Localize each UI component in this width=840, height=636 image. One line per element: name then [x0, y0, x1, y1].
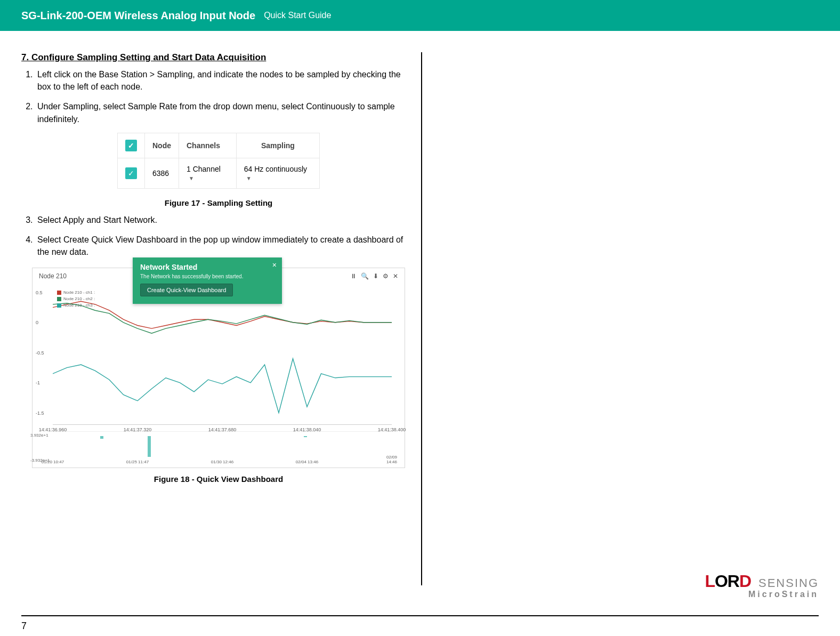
gear-icon[interactable]: ⚙ — [383, 272, 389, 280]
legend-label: Node 210 - ch2 : — [63, 296, 95, 302]
chevron-down-icon: ▼ — [246, 175, 252, 181]
overview-x-label: 01/25 11:47 — [126, 460, 149, 464]
steps-list-cont: Select Apply and Start Network. Select C… — [21, 214, 416, 259]
legend-label: Node 210 - ch1 : — [63, 289, 95, 296]
dashboard-title: Node 210 — [39, 272, 67, 280]
header-subtitle: Quick Start Guide — [264, 11, 331, 20]
overview-x-label: 01/20 10:47 — [42, 460, 64, 464]
chart-svg — [53, 286, 392, 425]
step-3: Select Apply and Start Network. — [35, 214, 416, 226]
step-4: Select Create Quick View Dashboard in th… — [35, 234, 416, 258]
cell-sampling-label: 64 Hz continuously — [244, 165, 307, 173]
legend-swatch — [57, 303, 61, 308]
header-title: SG-Link-200-OEM Wireless Analog Input No… — [21, 10, 255, 22]
col-node: Node — [145, 133, 179, 158]
sampling-table: ✓ Node Channels Sampling ✓ 6386 1 Channe… — [117, 133, 320, 189]
table-row: ✓ 6386 1 Channel ▼ 64 Hz continuously ▼ — [118, 158, 320, 188]
cell-channels-dropdown[interactable]: 1 Channel ▼ — [179, 158, 237, 188]
overview-y-label: 3.932e+1 — [30, 433, 49, 438]
logo-sensing: SENSING — [758, 576, 819, 590]
overview-bar — [148, 436, 151, 457]
notification-toast: × Network Started The Network has succes… — [133, 257, 282, 304]
legend-item-ch2: Node 210 - ch2 : — [57, 296, 95, 302]
overview-x-label: 02/04 13:46 — [296, 460, 318, 464]
column-divider — [421, 52, 422, 585]
figure-17-caption: Figure 17 - Sampling Setting — [21, 198, 416, 207]
legend-item-ch3: Node 210 - ch3 : — [57, 302, 95, 309]
step-2: Under Sampling, select Sample Rate from … — [35, 100, 416, 125]
page-body: 7. Configure Sampling Setting and Start … — [0, 31, 840, 585]
left-column: 7. Configure Sampling Setting and Start … — [21, 52, 416, 585]
section-title: 7. Configure Sampling Setting and Start … — [21, 52, 416, 63]
y-tick-label: -1 — [36, 380, 40, 385]
chevron-down-icon: ▼ — [189, 175, 194, 181]
y-tick-label: -0.5 — [36, 350, 44, 356]
overview-bar — [100, 436, 103, 439]
overview-x-label: 01/30 12:46 — [211, 460, 233, 464]
create-dashboard-button[interactable]: Create Quick-View Dashboard — [140, 284, 233, 296]
dashboard-panel: × Network Started The Network has succes… — [32, 268, 405, 468]
overview-bar — [304, 436, 307, 437]
download-icon[interactable]: ⬇ — [373, 272, 378, 280]
page-number: 7 — [21, 621, 27, 632]
close-icon[interactable]: × — [272, 261, 277, 269]
x-axis — [53, 424, 392, 425]
steps-list: Left click on the Base Station > Samplin… — [21, 68, 416, 125]
legend-swatch — [57, 297, 61, 301]
col-sampling: Sampling — [236, 133, 319, 158]
step-1: Left click on the Base Station > Samplin… — [35, 68, 416, 93]
row-checkbox[interactable]: ✓ — [125, 167, 137, 179]
header-checkbox[interactable]: ✓ — [125, 140, 137, 151]
notification-message: The Network has successfully been starte… — [140, 273, 274, 279]
logo-part: OR — [715, 571, 739, 591]
figure-18-caption: Figure 18 - Quick View Dashboard — [21, 474, 416, 484]
y-tick-label: 0 — [36, 320, 38, 325]
close-icon[interactable]: ✕ — [393, 272, 398, 280]
legend-item-ch1: Node 210 - ch1 : — [57, 289, 95, 296]
overview-x-label: 02/09 14:46 — [386, 455, 397, 464]
search-icon[interactable]: 🔍 — [361, 272, 369, 280]
footer: 7 — [0, 616, 840, 636]
y-tick-label: 0.5 — [36, 290, 43, 295]
y-tick-label: -1.5 — [36, 410, 44, 416]
cell-channels-label: 1 Channel — [187, 165, 221, 173]
logo-microstrain: MicroStrain — [0, 590, 819, 599]
overview-chart: 3.932e+1-3.932e+101/20 10:4701/25 11:470… — [53, 431, 392, 463]
legend-swatch — [57, 291, 61, 295]
cell-sampling-dropdown[interactable]: 64 Hz continuously ▼ — [236, 158, 319, 188]
notification-title: Network Started — [140, 263, 274, 271]
logo-part: D — [739, 571, 751, 591]
legend-label: Node 210 - ch3 : — [63, 302, 95, 309]
pause-icon[interactable]: ⏸ — [350, 272, 357, 280]
chart-legend: Node 210 - ch1 : Node 210 - ch2 : Node 2… — [57, 289, 95, 309]
col-channels: Channels — [179, 133, 237, 158]
right-column — [433, 52, 819, 585]
main-chart: Node 210 - ch1 : Node 210 - ch2 : Node 2… — [53, 286, 392, 425]
logo-part: L — [705, 571, 715, 591]
cell-node: 6386 — [145, 158, 179, 188]
header-bar: SG-Link-200-OEM Wireless Analog Input No… — [0, 0, 840, 31]
